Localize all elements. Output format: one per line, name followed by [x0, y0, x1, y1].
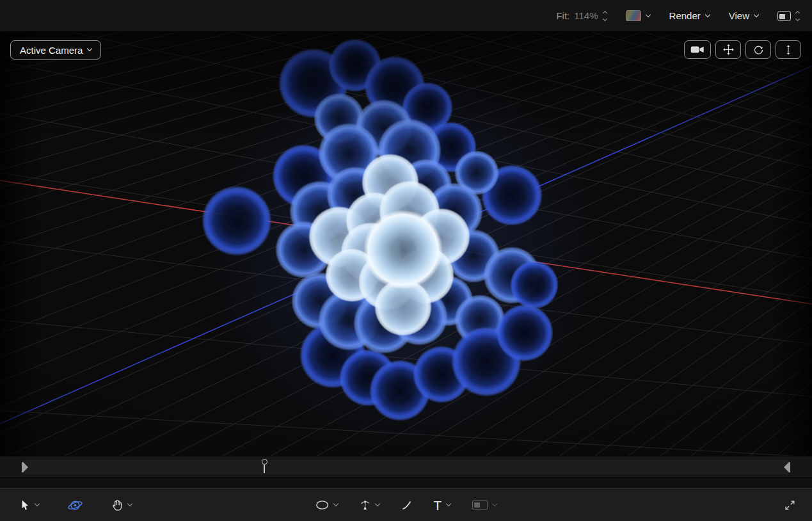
- ellipse-icon: [315, 500, 329, 510]
- cursor-arrow-icon: [19, 499, 30, 511]
- paint-stroke-tool[interactable]: [401, 500, 412, 511]
- hand-icon: [111, 499, 123, 511]
- canvas-toolbar: Fit: 114% Render View: [0, 0, 812, 32]
- orbit-arrow-icon: [753, 44, 764, 55]
- zoom-level-control[interactable]: Fit: 114%: [556, 10, 606, 21]
- zoom-stepper-icon[interactable]: [603, 12, 607, 20]
- mini-timeline[interactable]: [0, 456, 812, 477]
- video-camera-icon: [690, 45, 705, 54]
- shape-tool[interactable]: [315, 500, 338, 510]
- chevron-down-icon: [446, 501, 451, 506]
- render-menu-label: Render: [669, 10, 701, 21]
- paint-stroke-icon: [401, 500, 412, 511]
- chevron-down-icon: [645, 12, 650, 17]
- window-tool-group: [784, 488, 795, 521]
- play-range-in-marker[interactable]: [22, 462, 28, 472]
- expand-view-button[interactable]: [784, 500, 795, 511]
- select-transform-tool[interactable]: [19, 499, 39, 511]
- orbit-view-button[interactable]: [745, 40, 771, 59]
- text-tool-glyph: T: [434, 499, 442, 512]
- playhead-stem: [264, 465, 265, 473]
- timeline-track[interactable]: [22, 460, 790, 474]
- chevron-down-icon: [705, 12, 710, 17]
- image-well-tool-disabled: [472, 500, 497, 510]
- chevron-down-icon: [492, 501, 497, 506]
- zoom-value: 114%: [574, 10, 598, 21]
- scene-canvas[interactable]: [0, 32, 812, 456]
- dolly-arrows-icon: [783, 45, 793, 55]
- chevron-down-icon: [374, 501, 379, 506]
- chevron-down-icon: [127, 501, 132, 506]
- motion-app-window: Fit: 114% Render View: [0, 0, 812, 521]
- channels-preview-menu[interactable]: [626, 10, 650, 21]
- transform-3d-tool-selected[interactable]: [67, 497, 83, 513]
- transform-tool-group: [19, 488, 132, 521]
- camera-select-menu[interactable]: Active Camera: [10, 40, 101, 60]
- pan-canvas-tool[interactable]: [111, 499, 132, 511]
- expand-arrows-icon: [784, 500, 795, 511]
- bezier-pen-icon: [360, 499, 370, 511]
- pan-view-button[interactable]: [715, 40, 741, 59]
- window-layout-control[interactable]: [777, 11, 799, 21]
- fit-label: Fit:: [556, 10, 569, 21]
- layout-stepper-icon: [796, 12, 799, 20]
- pan-arrows-icon: [723, 44, 734, 55]
- camera-menu-label: Active Camera: [20, 45, 83, 56]
- view-menu-label: View: [729, 10, 749, 21]
- render-menu[interactable]: Render: [669, 10, 710, 21]
- chevron-down-icon: [87, 46, 92, 51]
- canvas-3d-view[interactable]: Active Camera: [0, 32, 812, 456]
- chevron-down-icon: [333, 501, 338, 506]
- bezier-tool[interactable]: [360, 499, 379, 511]
- view-menu[interactable]: View: [729, 10, 758, 21]
- create-tool-group: T: [315, 488, 497, 521]
- image-well-icon: [472, 500, 488, 510]
- tool-bar: T: [0, 488, 812, 521]
- text-tool[interactable]: T: [434, 499, 451, 512]
- chevron-down-icon: [754, 12, 759, 17]
- 3d-transform-icon: [67, 497, 83, 513]
- viewport-camera-tools: [684, 40, 801, 59]
- playhead-handle-icon: [262, 459, 267, 465]
- play-range-out-marker[interactable]: [784, 462, 790, 472]
- dolly-view-button[interactable]: [776, 40, 801, 59]
- layout-icon: [777, 11, 791, 21]
- playhead[interactable]: [260, 459, 268, 473]
- camera-view-button[interactable]: [684, 40, 711, 59]
- chevron-down-icon: [35, 501, 40, 506]
- color-channel-thumbnail-icon: [626, 10, 641, 21]
- timeline-spacer: [0, 477, 812, 488]
